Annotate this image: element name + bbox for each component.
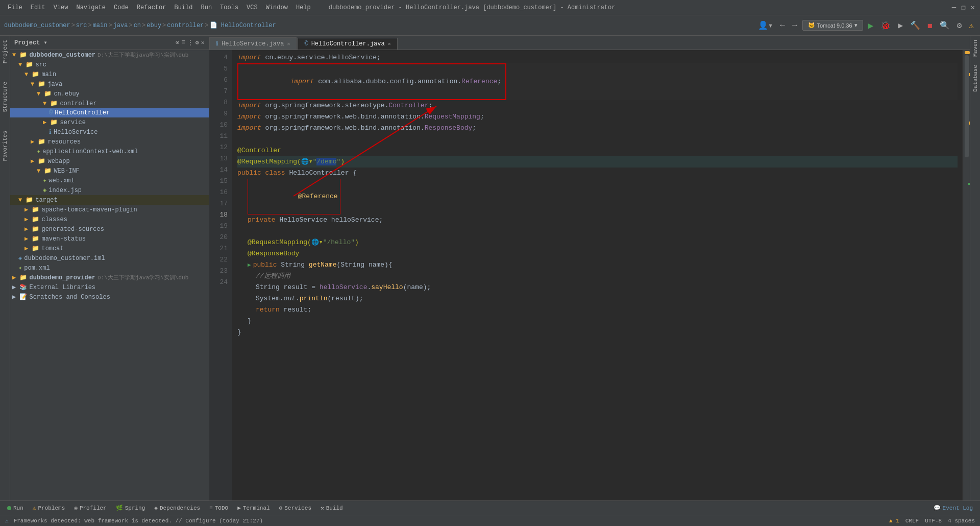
project-tab[interactable]: Project [0,36,10,67]
panel-settings-icon[interactable]: ⚙ [195,39,199,46]
show-options-icon[interactable]: ⋮ [187,39,193,46]
menu-code[interactable]: Code [111,3,131,12]
profiler-btn[interactable]: ◉ Profiler [70,504,110,512]
menu-build[interactable]: Build [172,3,195,12]
breadcrumb-cn[interactable]: cn [134,22,141,29]
profile-icon[interactable]: 👤▾ [756,19,775,32]
warning-count[interactable]: ▲ 1 [889,518,899,524]
tab-hellocontroller-close[interactable]: ✕ [388,41,391,47]
structure-tab[interactable]: Structure [0,78,10,116]
run-btn[interactable]: Run [3,504,28,512]
menu-navigate[interactable]: Navigate [74,3,108,12]
stop-button[interactable]: ◼ [925,19,935,32]
code-editor[interactable]: 4 5 6 7 8 9 10 11 12 13 14 15 16 17 18▶ … [209,50,970,500]
tree-item-external-libs[interactable]: ▶ 📚 External Libraries [10,282,209,292]
tomcat-button[interactable]: 🐱 Tomcat 9.0.36 ▾ [802,20,863,31]
tree-item-webapp[interactable]: ▶ 📁 webapp [10,156,209,166]
tree-item-controller[interactable]: ▼ 📁 controller [10,99,209,108]
tree-item-src[interactable]: ▼ 📁 src [10,60,209,69]
tree-item-classes[interactable]: ▶ 📁 classes [10,214,209,224]
file-tree: ▼ 📁 dubbodemo_customer D:\大三下学期java学习\实训… [10,50,209,500]
tree-item-apache-tomcat[interactable]: ▶ 📁 apache-tomcat-maven-plugin [10,205,209,214]
tree-item-target[interactable]: ▼ 📁 target [10,195,209,205]
tree-item-maven-status[interactable]: ▶ 📁 maven-status [10,234,209,244]
breadcrumb-ebuy[interactable]: ebuy [146,22,161,29]
dependencies-btn[interactable]: ◈ Dependencies [150,504,204,512]
tree-item-java[interactable]: ▼ 📁 java [10,79,209,89]
tree-item-dubbodemo-iml[interactable]: ◈ dubbodemo_customer.iml [10,253,209,263]
menu-view[interactable]: View [51,3,71,12]
terminal-btn[interactable]: ▶ Terminal [233,504,274,512]
event-log-btn[interactable]: 💬 Event Log [929,504,977,512]
breadcrumb-main[interactable]: main [93,22,108,29]
breadcrumb-file[interactable]: 📄 HelloController [210,21,276,29]
statusbar-message[interactable]: Frameworks detected: Web framework is de… [14,518,263,524]
right-scrollbar[interactable] [963,50,970,500]
menu-refactor[interactable]: Refactor [134,3,169,12]
run-button[interactable]: ▶ [866,19,876,32]
tab-helloservice[interactable]: ℹ HelloService.java ✕ [209,37,297,50]
problems-btn[interactable]: ⚠ Problems [29,504,69,512]
run-line-icon[interactable]: ▶ [248,259,251,271]
tab-hellocontroller[interactable]: © HelloController.java ✕ [298,38,397,50]
tree-item-pomxml[interactable]: ✦ pom.xml [10,263,209,273]
services-btn[interactable]: ⚙ Services [275,504,315,512]
menu-run[interactable]: Run [198,3,214,12]
code-content[interactable]: import cn.ebuy.service.HelloService; imp… [232,50,963,500]
tree-item-main[interactable]: ▼ 📁 main [10,69,209,79]
indent[interactable]: 4 spaces [948,518,975,524]
tree-item-webinf[interactable]: ▼ 📁 WEB-INF [10,166,209,176]
encoding[interactable]: UTF-8 [925,518,942,524]
debug-button[interactable]: 🐞 [878,19,893,32]
tree-item-indexjsp[interactable]: ◈ index.jsp [10,185,209,195]
menu-tools[interactable]: Tools [217,3,241,12]
tree-item-service[interactable]: ▶ 📁 service [10,117,209,127]
window-controls[interactable]: — ❐ ✕ [952,3,975,12]
menu-file[interactable]: File [5,3,25,12]
back-icon[interactable]: ← [778,20,787,31]
maximize-button[interactable]: ❐ [961,3,965,12]
breadcrumb-java[interactable]: java [113,22,128,29]
settings-icon[interactable]: ⚙ [955,19,964,32]
todo-btn[interactable]: ≡ TODO [205,504,232,512]
tree-item-webxml[interactable]: ✦ web.xml [10,176,209,185]
tree-item-hellocontroller[interactable]: © HelloController [10,108,209,117]
tree-item-resources[interactable]: ▶ 📁 resources [10,137,209,147]
tree-item-tomcat[interactable]: ▶ 📁 tomcat [10,244,209,253]
locate-file-icon[interactable]: ⊙ [176,39,179,46]
menu-edit[interactable]: Edit [28,3,48,12]
tab-helloservice-close[interactable]: ✕ [287,41,290,47]
maven-tab[interactable]: Maven [970,36,981,61]
line-ending[interactable]: CRLF [905,518,919,524]
tree-item-cnebuy[interactable]: ▼ 📁 cn.ebuy [10,89,209,99]
editor-area: ℹ HelloService.java ✕ © HelloController.… [209,36,970,500]
tree-item-scratches[interactable]: ▶ 📝 Scratches and Consoles [10,292,209,302]
spring-btn[interactable]: 🌿 Spring [112,504,150,512]
build-btn[interactable]: ⚒ Build [316,504,347,512]
notification-icon[interactable]: ⚠ [967,19,976,32]
minimize-button[interactable]: — [952,3,956,12]
menu-bar[interactable]: File Edit View Navigate Code Refactor Bu… [5,3,313,12]
favorites-tab[interactable]: Favorites [0,127,10,165]
breadcrumb-project[interactable]: dubbodemo_customer [4,22,70,29]
breadcrumb-controller[interactable]: controller [167,22,204,29]
collapse-all-icon[interactable]: ≡ [181,39,185,46]
tree-item-appcontext[interactable]: ✦ applicationContext-web.xml [10,147,209,156]
database-tab[interactable]: Database [970,61,981,96]
tree-item-provider[interactable]: ▶ 📁 dubbodemo_provider D:\大三下学期java学习\实训… [10,273,209,282]
close-button[interactable]: ✕ [971,3,975,12]
menu-vcs[interactable]: VCS [244,3,260,12]
tree-item-helloservice[interactable]: ℹ HelloService [10,127,209,137]
menu-window[interactable]: Window [263,3,290,12]
build-button[interactable]: 🔨 [908,19,922,32]
search-everywhere-icon[interactable]: 🔍 [938,19,952,32]
project-panel-icons[interactable]: ⊙ ≡ ⋮ ⚙ ✕ [176,39,205,46]
scrollbar-thumb[interactable] [965,55,969,157]
panel-close-icon[interactable]: ✕ [201,39,205,46]
breadcrumb-src[interactable]: src [76,22,87,29]
run-coverage-button[interactable]: ▶‍ [896,19,905,32]
forward-icon[interactable]: → [790,20,799,31]
menu-help[interactable]: Help [293,3,313,12]
tree-item-generated-sources[interactable]: ▶ 📁 generated-sources [10,224,209,234]
tree-item-dubbodemo-customer[interactable]: ▼ 📁 dubbodemo_customer D:\大三下学期java学习\实训… [10,50,209,60]
